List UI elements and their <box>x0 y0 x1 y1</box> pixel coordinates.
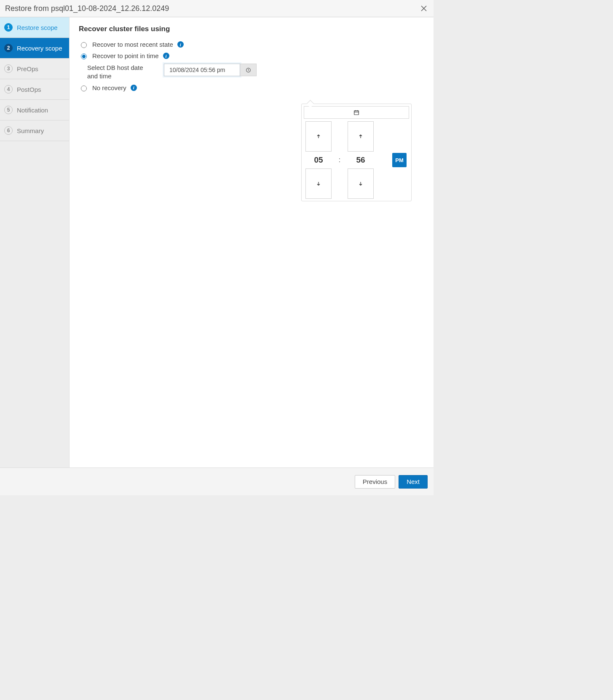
dialog-header: Restore from psql01_10-08-2024_12.26.12.… <box>0 0 434 17</box>
section-heading: Recover cluster files using <box>79 25 424 33</box>
ampm-toggle[interactable]: PM <box>392 153 407 167</box>
option-recover-pit[interactable]: Recover to point in time i <box>79 52 424 59</box>
wizard-step-number: 6 <box>4 126 13 135</box>
arrow-up-icon <box>358 134 363 139</box>
wizard-step-preops: 3 PreOps <box>0 59 69 79</box>
arrow-up-icon <box>316 134 321 139</box>
wizard-step-label: Restore scope <box>17 24 58 31</box>
info-icon[interactable]: i <box>163 53 169 59</box>
wizard-step-label: PostOps <box>17 86 41 93</box>
wizard-step-number: 3 <box>4 64 13 73</box>
minute-down-button[interactable] <box>348 168 374 199</box>
datetime-input[interactable] <box>164 64 240 76</box>
radio-no-recovery[interactable] <box>81 85 87 91</box>
dialog-body: 1 Restore scope 2 Recovery scope 3 PreOp… <box>0 17 434 468</box>
dialog-title: Restore from psql01_10-08-2024_12.26.12.… <box>5 4 419 13</box>
calendar-icon <box>353 110 359 115</box>
minute-value[interactable]: 56 <box>356 155 365 165</box>
wizard-step-postops: 4 PostOps <box>0 79 69 100</box>
arrow-down-icon <box>358 181 363 186</box>
wizard-step-number: 5 <box>4 106 13 114</box>
radio-recover-pit[interactable] <box>81 53 87 59</box>
wizard-step-restore-scope[interactable]: 1 Restore scope <box>0 17 69 38</box>
option-no-recovery[interactable]: No recovery i <box>79 84 424 91</box>
option-label: No recovery <box>92 84 126 91</box>
wizard-step-label: PreOps <box>17 65 38 72</box>
dialog-footer: Previous Next <box>0 468 434 495</box>
pit-subsection: Select DB host date and time <box>87 64 424 81</box>
wizard-step-label: Summary <box>17 127 44 134</box>
wizard-step-summary: 6 Summary <box>0 120 69 141</box>
wizard-step-label: Recovery scope <box>17 45 62 52</box>
clock-icon <box>246 67 251 73</box>
close-icon <box>421 5 427 11</box>
wizard-content: Recover cluster files using Recover to m… <box>69 17 434 468</box>
radio-recover-recent[interactable] <box>81 42 87 48</box>
option-label: Recover to point in time <box>92 52 159 59</box>
arrow-down-icon <box>316 181 321 186</box>
wizard-step-notification: 5 Notification <box>0 100 69 120</box>
minute-up-button[interactable] <box>348 121 374 152</box>
wizard-step-recovery-scope[interactable]: 2 Recovery scope <box>0 38 69 59</box>
close-button[interactable] <box>419 4 428 13</box>
info-icon[interactable]: i <box>177 41 184 48</box>
hour-value[interactable]: 05 <box>314 155 323 165</box>
time-picker-popup: 05 : 56 PM <box>301 104 412 201</box>
wizard-step-number: 2 <box>4 44 13 52</box>
datetime-picker-button[interactable] <box>240 64 257 76</box>
option-label: Recover to most recent state <box>92 41 173 48</box>
wizard-step-number: 1 <box>4 23 13 32</box>
time-colon: : <box>339 156 340 164</box>
wizard-step-number: 4 <box>4 85 13 94</box>
pit-sublabel: Select DB host date and time <box>87 64 155 81</box>
option-recover-recent[interactable]: Recover to most recent state i <box>79 41 424 48</box>
date-mode-button[interactable] <box>304 106 409 119</box>
next-button[interactable]: Next <box>399 475 428 489</box>
svg-rect-1 <box>354 111 359 115</box>
datetime-field <box>164 64 257 76</box>
hour-up-button[interactable] <box>305 121 332 152</box>
wizard-step-label: Notification <box>17 107 48 114</box>
previous-button[interactable]: Previous <box>355 475 395 489</box>
time-grid: 05 : 56 PM <box>304 121 409 199</box>
hour-down-button[interactable] <box>305 168 332 199</box>
info-icon[interactable]: i <box>131 85 137 91</box>
wizard-sidebar: 1 Restore scope 2 Recovery scope 3 PreOp… <box>0 17 69 468</box>
